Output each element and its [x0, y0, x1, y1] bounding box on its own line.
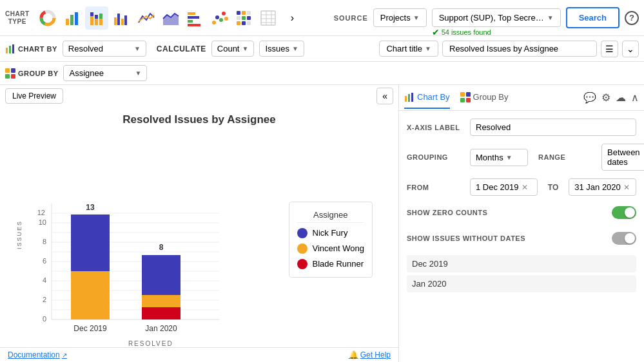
chevron-left-icon[interactable]: › [281, 6, 304, 30]
top-bar: CHART TYPE [0, 0, 644, 36]
svg-rect-7 [90, 16, 93, 25]
group-by-tab-icon [460, 92, 471, 102]
svg-chart-area: 0 2 4 6 8 10 12 [26, 131, 276, 339]
group-by-select[interactable]: Assignee ▼ [63, 65, 147, 81]
table-chart-icon[interactable] [257, 6, 280, 30]
svg-text:8: 8 [159, 243, 164, 252]
source-section: SOURCE Projects ▼ Support (SUP), Top Sec… [334, 7, 639, 28]
date-entry-0: Dec 2019 [407, 255, 636, 272]
show-zero-counts-toggle[interactable] [612, 206, 636, 219]
svg-rect-45 [5, 68, 10, 73]
svg-rect-14 [117, 14, 120, 25]
svg-text:Dec 2019: Dec 2019 [73, 324, 107, 333]
horizontal-bar-chart-icon[interactable] [183, 6, 206, 30]
search-button[interactable]: Search [566, 7, 620, 28]
svg-rect-8 [90, 12, 93, 16]
svg-rect-77 [466, 92, 471, 97]
svg-rect-15 [121, 19, 124, 25]
projects-button[interactable]: Projects ▼ [373, 8, 427, 27]
svg-text:10: 10 [39, 218, 46, 226]
svg-rect-10 [95, 15, 98, 19]
vincent-wong-dot [297, 243, 307, 254]
legend-box: Assignee Nick Fury Vincent Wong Blade Ru… [289, 202, 373, 278]
bar-chart-icon[interactable] [61, 6, 84, 30]
to-date-clear[interactable]: ✕ [623, 183, 630, 192]
legend-item-2: Blade Runner [297, 259, 364, 269]
svg-text:12: 12 [37, 209, 45, 216]
jan2020-blade-bar [142, 307, 181, 319]
svg-rect-28 [242, 11, 246, 15]
line-chart-icon[interactable] [134, 6, 157, 30]
get-help-link[interactable]: 🔔 Get Help [349, 350, 391, 359]
comment-icon[interactable]: 💬 [583, 91, 596, 104]
stacked-bar-chart-icon[interactable] [85, 6, 108, 30]
tab-group-by[interactable]: Group By [460, 87, 509, 109]
expand-icon[interactable]: ⌄ [622, 41, 639, 57]
chart-type-icons: › [36, 6, 304, 30]
documentation-link[interactable]: Documentation ↗ [8, 350, 67, 359]
dec2019-nick-bar [71, 214, 110, 271]
x-axis-label-row: X-AXIS LABEL [407, 119, 636, 136]
chart-by-select[interactable]: Resolved ▼ [63, 41, 146, 57]
heatmap-chart-icon[interactable] [232, 6, 255, 30]
count-select[interactable]: Count ▼ [211, 41, 255, 57]
chart-and-legend: ISSUES [13, 131, 385, 347]
live-preview-button[interactable]: Live Preview [5, 88, 63, 104]
donut-chart-icon[interactable] [36, 6, 59, 30]
chart-by-section: CHART BY [5, 44, 57, 54]
cloud-icon[interactable]: ☁ [616, 91, 626, 104]
show-zero-counts-row: SHOW ZERO COUNTS [407, 204, 636, 222]
svg-rect-12 [99, 19, 102, 25]
area-chart-icon[interactable] [159, 6, 182, 30]
svg-rect-48 [11, 74, 15, 79]
svg-rect-29 [247, 11, 251, 15]
x-axis-label: RESOLVED [26, 340, 276, 347]
group-by-section: GROUP BY [5, 68, 58, 79]
svg-rect-19 [188, 16, 199, 19]
collapse-button[interactable]: « [376, 88, 393, 104]
help-button[interactable]: ? [625, 11, 639, 25]
grouping-select[interactable]: Months ▼ [470, 149, 528, 166]
chart-by-label: CHART BY [18, 45, 57, 53]
range-label: RANGE [538, 153, 596, 161]
group-by-label: GROUP BY [18, 70, 58, 77]
right-content: X-AXIS LABEL GROUPING Months ▼ RANGE Bet… [399, 111, 644, 362]
svg-rect-76 [460, 92, 465, 97]
chart-title-input[interactable] [442, 41, 597, 57]
from-date-field[interactable]: 1 Dec 2019 ✕ [470, 178, 538, 196]
to-date-field[interactable]: 31 Jan 2020 ✕ [569, 178, 636, 196]
show-issues-toggle[interactable]: ✕ [612, 232, 636, 245]
grouping-range-row: GROUPING Months ▼ RANGE Between dates ▼ [407, 144, 636, 171]
svg-rect-75 [411, 93, 413, 102]
svg-rect-13 [114, 17, 117, 25]
from-date-clear[interactable]: ✕ [522, 183, 528, 192]
x-axis-label-input[interactable] [470, 119, 636, 136]
svg-rect-18 [188, 12, 195, 15]
legend-area: Assignee Nick Fury Vincent Wong Blade Ru… [276, 131, 385, 347]
svg-rect-78 [460, 98, 465, 102]
show-issues-without-dates-row: SHOW ISSUES WITHOUT DATES ✕ [407, 229, 636, 247]
multi-bar-chart-icon[interactable] [110, 6, 133, 30]
range-select[interactable]: Between dates ▼ [601, 144, 644, 171]
settings-icon[interactable]: ⚙ [601, 91, 610, 104]
chart-type-label: CHART TYPE [5, 10, 30, 26]
y-axis-wrapper: ISSUES [13, 131, 26, 339]
collapse-right-icon[interactable]: ∧ [631, 91, 639, 104]
support-select[interactable]: Support (SUP), Top Secret (... ▼ [432, 8, 561, 27]
chart-with-axes: ISSUES [13, 131, 276, 347]
right-tabs: Chart By Group By 💬 ⚙ ☁ ∧ [399, 85, 644, 111]
group-by-bar: GROUP BY Assignee ▼ [0, 62, 644, 85]
from-label: FROM [407, 184, 465, 191]
svg-rect-16 [124, 15, 127, 25]
issues-select[interactable]: Issues ▼ [259, 41, 304, 57]
chart-title-display: Resolved Issues by Assignee [122, 113, 275, 126]
dec2019-vincent-bar [71, 271, 110, 319]
jan2020-vincent-bar [142, 295, 181, 307]
chart-title-section: Chart title ▼ ☰ ⌄ [379, 41, 639, 57]
tab-chart-by[interactable]: Chart By [404, 87, 450, 109]
chart-title-dropdown[interactable]: Chart title ▼ [379, 41, 438, 57]
svg-rect-34 [242, 21, 246, 25]
svg-rect-79 [466, 98, 471, 102]
scatter-chart-icon[interactable] [208, 6, 231, 30]
align-icon[interactable]: ☰ [601, 41, 618, 57]
